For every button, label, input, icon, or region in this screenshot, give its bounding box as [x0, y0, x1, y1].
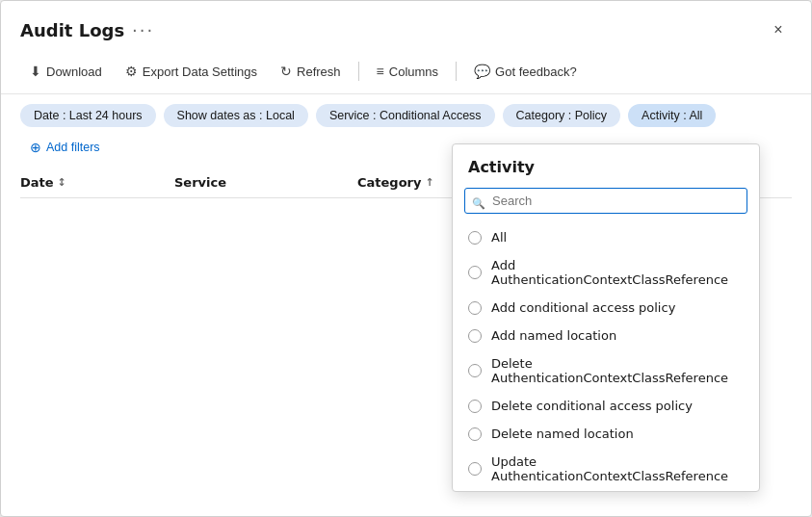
toolbar: ⬇ Download ⚙ Export Data Settings ↻ Refr… [1, 53, 811, 94]
option-item-1[interactable]: Add AuthenticationContextClassReference [453, 251, 759, 294]
page-title: Audit Logs [20, 20, 124, 40]
separator-1 [358, 62, 359, 81]
options-list: AllAdd AuthenticationContextClassReferen… [453, 221, 759, 491]
column-service: Service [174, 175, 357, 190]
radio-circle-3 [468, 329, 482, 343]
activity-filter-chip[interactable]: Activity : All [628, 104, 716, 127]
option-label-2: Add conditional access policy [491, 300, 675, 315]
category-filter-chip[interactable]: Category : Policy [503, 104, 620, 127]
column-date: Date ↕ [20, 175, 174, 190]
close-button[interactable]: × [765, 16, 792, 43]
download-icon: ⬇ [30, 64, 41, 79]
option-item-8[interactable]: Update conditional access policy [453, 490, 759, 491]
export-label: Export Data Settings [143, 65, 257, 79]
date-filter-chip[interactable]: Date : Last 24 hours [20, 104, 156, 127]
radio-circle-1 [468, 266, 482, 279]
option-item-4[interactable]: Delete AuthenticationContextClassReferen… [453, 349, 759, 392]
export-icon: ⚙ [125, 64, 138, 79]
activity-search-input[interactable] [464, 188, 747, 214]
columns-label: Columns [389, 65, 438, 79]
export-data-settings-button[interactable]: ⚙ Export Data Settings [116, 59, 267, 84]
option-item-2[interactable]: Add conditional access policy [453, 294, 759, 322]
radio-circle-7 [468, 462, 482, 476]
add-filter-icon: ⊕ [30, 140, 41, 155]
title-bar: Audit Logs ··· × [1, 1, 811, 53]
audit-logs-window: Audit Logs ··· × ⬇ Download ⚙ Export Dat… [0, 0, 812, 517]
search-wrap [453, 184, 759, 221]
radio-circle-4 [468, 364, 482, 377]
feedback-icon: 💬 [474, 64, 490, 79]
download-label: Download [46, 65, 102, 79]
feedback-label: Got feedback? [495, 65, 577, 79]
title-left: Audit Logs ··· [20, 20, 154, 40]
option-label-6: Delete named location [491, 427, 634, 441]
columns-icon: ≡ [377, 64, 384, 79]
column-category-label: Category [357, 175, 421, 190]
dropdown-title: Activity [453, 144, 759, 184]
option-label-4: Delete AuthenticationContextClassReferen… [491, 356, 744, 385]
refresh-button[interactable]: ↻ Refresh [271, 59, 351, 84]
option-label-5: Delete conditional access policy [491, 399, 693, 413]
activity-dropdown: Activity AllAdd AuthenticationContextCla… [452, 143, 760, 492]
column-date-label: Date [20, 175, 54, 190]
refresh-label: Refresh [297, 65, 341, 79]
separator-2 [456, 62, 457, 81]
option-item-7[interactable]: Update AuthenticationContextClassReferen… [453, 448, 759, 490]
radio-circle-2 [468, 301, 482, 315]
refresh-icon: ↻ [280, 64, 292, 79]
service-filter-chip[interactable]: Service : Conditional Access [316, 104, 495, 127]
add-filter-label: Add filters [46, 141, 100, 154]
option-label-0: All [491, 230, 507, 245]
column-service-label: Service [174, 175, 226, 190]
option-label-3: Add named location [491, 328, 616, 343]
radio-circle-0 [468, 231, 482, 245]
option-label-7: Update AuthenticationContextClassReferen… [491, 454, 744, 483]
filters-row: Date : Last 24 hours Show dates as : Loc… [1, 94, 811, 135]
more-options-icon[interactable]: ··· [132, 20, 154, 40]
option-item-5[interactable]: Delete conditional access policy [453, 392, 759, 420]
radio-circle-5 [468, 400, 482, 413]
columns-button[interactable]: ≡ Columns [367, 59, 448, 84]
option-item-6[interactable]: Delete named location [453, 420, 759, 448]
show-dates-filter-chip[interactable]: Show dates as : Local [164, 104, 308, 127]
download-button[interactable]: ⬇ Download [20, 59, 112, 84]
option-item-0[interactable]: All [453, 223, 759, 251]
option-item-3[interactable]: Add named location [453, 322, 759, 349]
feedback-button[interactable]: 💬 Got feedback? [464, 59, 587, 84]
sort-date-icon[interactable]: ↕ [58, 176, 66, 189]
radio-circle-6 [468, 427, 482, 441]
sort-category-icon[interactable]: ↑ [425, 176, 433, 189]
add-filters-button[interactable]: ⊕ Add filters [20, 135, 110, 160]
option-label-1: Add AuthenticationContextClassReference [491, 258, 744, 287]
